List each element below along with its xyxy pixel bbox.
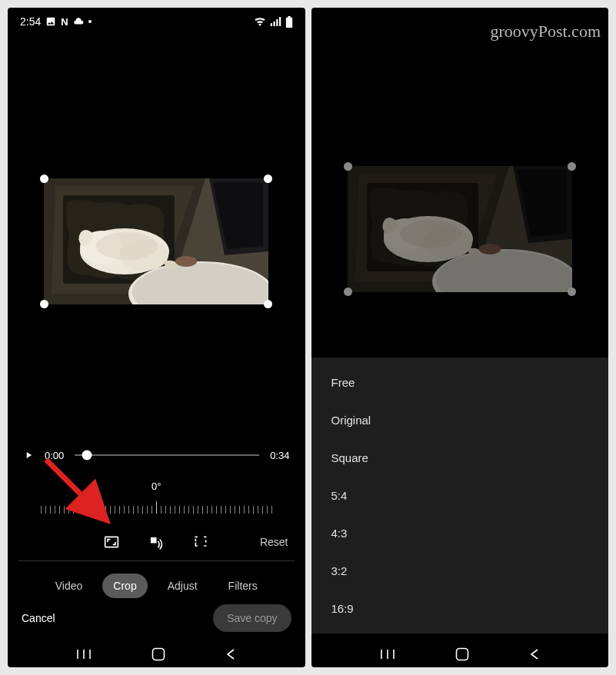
back-button[interactable]	[529, 648, 540, 660]
ruler-tick	[175, 506, 175, 514]
back-button[interactable]	[225, 648, 236, 660]
ruler-tick	[216, 506, 217, 514]
ruler-tick	[202, 506, 203, 514]
rotate-button[interactable]	[148, 534, 165, 550]
screenshot-pair: 2:54 N	[0, 0, 616, 675]
crop-handle-br[interactable]	[568, 288, 576, 296]
phone-left: 2:54 N	[8, 8, 305, 667]
play-button[interactable]	[23, 450, 34, 461]
ruler-tick	[73, 506, 74, 514]
svg-point-12	[96, 232, 158, 260]
ruler-tick	[64, 506, 65, 514]
android-nav-bar	[8, 647, 305, 661]
crop-handle-bl[interactable]	[40, 300, 48, 308]
ruler-tick	[230, 506, 231, 514]
aspect-option-16-9[interactable]: 16:9	[311, 590, 609, 627]
status-time: 2:54	[20, 15, 41, 28]
crop-frame[interactable]	[348, 166, 572, 292]
ruler-tick	[152, 506, 152, 514]
ruler-tick	[59, 506, 60, 514]
ruler-tick	[50, 506, 51, 514]
seek-bar[interactable]	[75, 446, 259, 464]
duration-time: 0:34	[270, 450, 289, 461]
tab-filters[interactable]: Filters	[218, 574, 268, 598]
home-button[interactable]	[455, 647, 469, 661]
tab-video[interactable]: Video	[45, 574, 94, 598]
ruler-tick	[179, 506, 180, 514]
cloud-icon	[73, 18, 84, 25]
ruler-tick	[82, 506, 83, 514]
status-bar: 2:54 N	[8, 8, 305, 35]
ruler-tick	[253, 506, 254, 514]
ruler-tick	[239, 506, 240, 514]
crop-handle-tr[interactable]	[264, 175, 272, 183]
ruler-tick	[115, 506, 115, 514]
ruler-tick	[244, 506, 245, 514]
aspect-ratio-button[interactable]	[103, 534, 120, 550]
ruler-tick	[193, 506, 194, 514]
recents-button[interactable]	[380, 648, 395, 660]
rotation-ruler[interactable]	[8, 497, 305, 514]
crop-handle-bl[interactable]	[344, 288, 352, 296]
rotation-angle-label: 0°	[152, 480, 161, 492]
ruler-tick	[110, 506, 111, 514]
ruler-tick	[225, 506, 226, 514]
divider	[18, 560, 295, 561]
aspect-option-4-3[interactable]: 4:3	[311, 514, 609, 552]
crop-handle-tl[interactable]	[344, 162, 352, 171]
ruler-tick	[92, 506, 92, 514]
video-thumbnail	[348, 166, 572, 292]
ruler-tick	[198, 506, 198, 514]
ruler-tick	[87, 506, 88, 514]
ruler-tick	[161, 506, 161, 514]
svg-point-11	[175, 256, 197, 267]
ruler-tick	[165, 506, 166, 514]
aspect-option-original[interactable]: Original	[311, 401, 609, 439]
crop-frame[interactable]	[44, 178, 268, 304]
svg-rect-28	[456, 649, 468, 660]
ruler-tick	[262, 506, 263, 514]
ruler-tick	[235, 506, 235, 514]
tab-adjust[interactable]: Adjust	[157, 574, 208, 598]
save-copy-button[interactable]: Save copy	[213, 604, 291, 632]
image-icon	[45, 16, 56, 27]
ruler-tick	[119, 506, 120, 514]
crop-handle-tr[interactable]	[568, 162, 576, 171]
ruler-tick	[211, 506, 212, 514]
wifi-icon	[254, 17, 266, 26]
netflix-icon: N	[61, 16, 68, 28]
editor-tabs: VideoCropAdjustFilters	[8, 574, 305, 598]
playback-row: 0:00 0:34	[8, 446, 305, 464]
aspect-option-5-4[interactable]: 5:4	[311, 477, 609, 514]
aspect-option-free[interactable]: Free	[311, 364, 609, 401]
aspect-option-3-2[interactable]: 3:2	[311, 552, 609, 590]
free-crop-button[interactable]	[192, 534, 209, 550]
ruler-tick	[55, 506, 55, 514]
ruler-tick	[138, 506, 138, 514]
current-time: 0:00	[45, 450, 64, 461]
recents-button[interactable]	[76, 648, 92, 660]
ruler-tick	[133, 506, 134, 514]
ruler-tick	[147, 506, 148, 514]
ruler-tick	[124, 506, 125, 514]
ruler-tick	[221, 506, 221, 514]
ruler-tick	[128, 506, 129, 514]
reset-button[interactable]: Reset	[260, 536, 288, 548]
ruler-tick	[78, 506, 78, 514]
signal-icon	[270, 17, 281, 26]
android-nav-bar	[311, 647, 609, 661]
crop-handle-br[interactable]	[264, 300, 272, 308]
ruler-tick	[184, 506, 185, 514]
video-thumbnail	[44, 178, 268, 304]
tab-crop[interactable]: Crop	[102, 574, 147, 598]
svg-rect-13	[153, 649, 165, 660]
ruler-tick	[68, 506, 69, 514]
ruler-tick	[105, 506, 106, 514]
home-button[interactable]	[152, 647, 165, 661]
cancel-button[interactable]: Cancel	[22, 612, 55, 624]
dim-overlay	[348, 166, 572, 292]
seek-thumb[interactable]	[82, 451, 92, 461]
ruler-tick	[188, 506, 189, 514]
action-row: Cancel Save copy	[8, 604, 305, 632]
aspect-option-square[interactable]: Square	[311, 439, 609, 477]
